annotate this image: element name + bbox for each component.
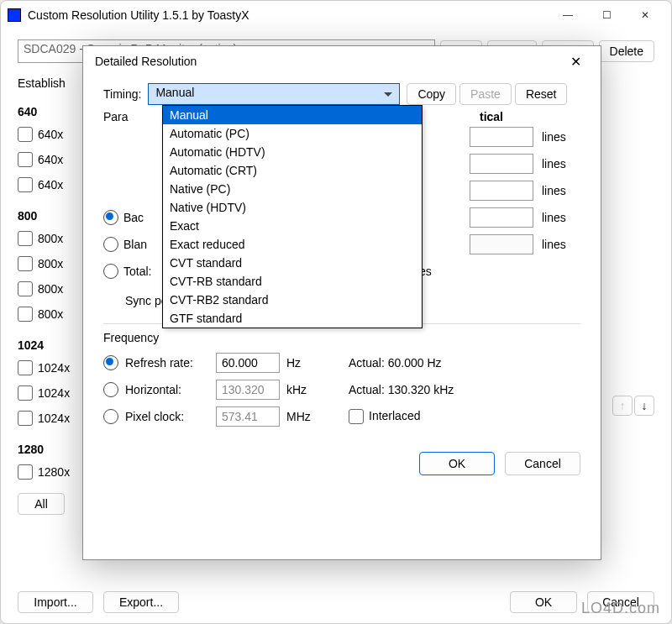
titlebar: Custom Resolution Utility 1.5.1 by Toast…	[1, 1, 671, 29]
dialog-paste-button[interactable]: Paste	[459, 83, 512, 105]
res-option[interactable]: 800x	[18, 276, 76, 302]
pixelclock-input[interactable]	[216, 406, 280, 427]
window-title: Custom Resolution Utility 1.5.1 by Toast…	[28, 8, 549, 22]
group-1024: 1024	[18, 338, 76, 352]
res-option[interactable]: 1024x	[18, 406, 76, 431]
timing-option[interactable]: CVT-RB2 standard	[163, 291, 422, 309]
refresh-input[interactable]	[216, 353, 280, 373]
timing-option[interactable]: GTF standard	[163, 309, 422, 328]
move-up-button-2[interactable]: ↑	[612, 396, 633, 416]
back-v-input[interactable]	[470, 207, 533, 228]
res-option[interactable]: 1280x	[18, 459, 76, 485]
res-option[interactable]: 1024x	[18, 380, 76, 406]
timing-option[interactable]: Native (HDTV)	[163, 198, 422, 217]
minimize-button[interactable]: —	[549, 2, 587, 29]
horizontal-actual: Actual: 130.320 kHz	[349, 383, 454, 396]
horizontal-input[interactable]	[216, 380, 280, 400]
timing-option[interactable]: CVT standard	[163, 254, 422, 272]
import-button[interactable]: Import...	[18, 591, 93, 613]
timing-option[interactable]: Exact	[163, 217, 422, 235]
horizontal-label: Horizontal:	[125, 383, 209, 396]
frequency-section: Frequency Refresh rate: Hz Actual: 60.00…	[103, 331, 580, 430]
timing-option[interactable]: Automatic (PC)	[163, 124, 422, 143]
group-1280: 1280	[18, 443, 76, 456]
move-down-button-2[interactable]: ↓	[634, 396, 654, 416]
export-button[interactable]: Export...	[103, 591, 179, 613]
back-radio[interactable]	[103, 210, 118, 225]
interlaced-label: Interlaced	[369, 409, 420, 422]
res-option[interactable]: 800x	[18, 302, 76, 327]
timing-dropdown-menu: Manual Automatic (PC) Automatic (HDTV) A…	[162, 105, 423, 328]
dialog-reset-button[interactable]: Reset	[515, 83, 568, 105]
dialog-copy-button[interactable]: Copy	[407, 83, 456, 105]
horizontal-radio[interactable]	[103, 382, 118, 397]
pixelclock-radio[interactable]	[103, 409, 118, 424]
dialog-title: Detailed Resolution	[95, 55, 562, 68]
dialog-close-button[interactable]: ✕	[562, 48, 589, 75]
parameters-label: Para	[103, 110, 155, 123]
timing-option[interactable]: Manual	[163, 106, 422, 124]
refresh-actual: Actual: 60.000 Hz	[349, 356, 442, 370]
main-cancel-button[interactable]: Cancel	[587, 591, 654, 613]
group-640: 640	[18, 105, 76, 118]
timing-option[interactable]: CVT-RB standard	[163, 272, 422, 291]
dialog-cancel-button[interactable]: Cancel	[505, 452, 580, 475]
timing-option[interactable]: Native (PC)	[163, 180, 422, 198]
blank-v-input[interactable]	[470, 234, 533, 254]
timing-option[interactable]: Exact reduced	[163, 235, 422, 254]
group-800: 800	[18, 209, 76, 223]
active-v-input[interactable]	[470, 127, 533, 147]
close-button[interactable]: ✕	[626, 2, 664, 29]
pixelclock-label: Pixel clock:	[125, 410, 209, 423]
timing-dropdown[interactable]: Manual	[148, 83, 400, 105]
app-icon	[8, 8, 21, 22]
res-option[interactable]: 640x	[18, 172, 76, 197]
maximize-button[interactable]: ☐	[587, 2, 626, 29]
refresh-radio[interactable]	[103, 355, 118, 370]
dialog-titlebar: Detailed Resolution ✕	[83, 46, 601, 76]
res-option[interactable]: 640x	[18, 122, 76, 147]
res-option[interactable]: 800x	[18, 226, 76, 251]
blank-radio[interactable]	[103, 237, 118, 252]
main-ok-button[interactable]: OK	[510, 591, 577, 613]
delete-button[interactable]: Delete	[599, 40, 654, 62]
front-v-input[interactable]	[470, 154, 533, 174]
detailed-resolution-dialog: Detailed Resolution ✕ Timing: Manual Cop…	[82, 45, 601, 560]
all-button[interactable]: All	[18, 493, 65, 515]
frequency-label: Frequency	[103, 331, 580, 344]
timing-label: Timing:	[103, 87, 141, 101]
res-option[interactable]: 1024x	[18, 355, 76, 380]
dialog-ok-button[interactable]: OK	[419, 452, 495, 475]
res-option[interactable]: 800x	[18, 251, 76, 276]
refresh-label: Refresh rate:	[125, 356, 209, 370]
sync-v-input[interactable]	[470, 181, 533, 201]
res-option[interactable]: 640x	[18, 147, 76, 172]
timing-option[interactable]: Automatic (HDTV)	[163, 143, 422, 161]
vertical-header: tical	[480, 110, 580, 123]
timing-option[interactable]: Automatic (CRT)	[163, 161, 422, 180]
window-controls: — ☐ ✕	[549, 2, 664, 29]
total-radio[interactable]	[103, 264, 118, 279]
interlaced-checkbox[interactable]	[349, 409, 364, 424]
